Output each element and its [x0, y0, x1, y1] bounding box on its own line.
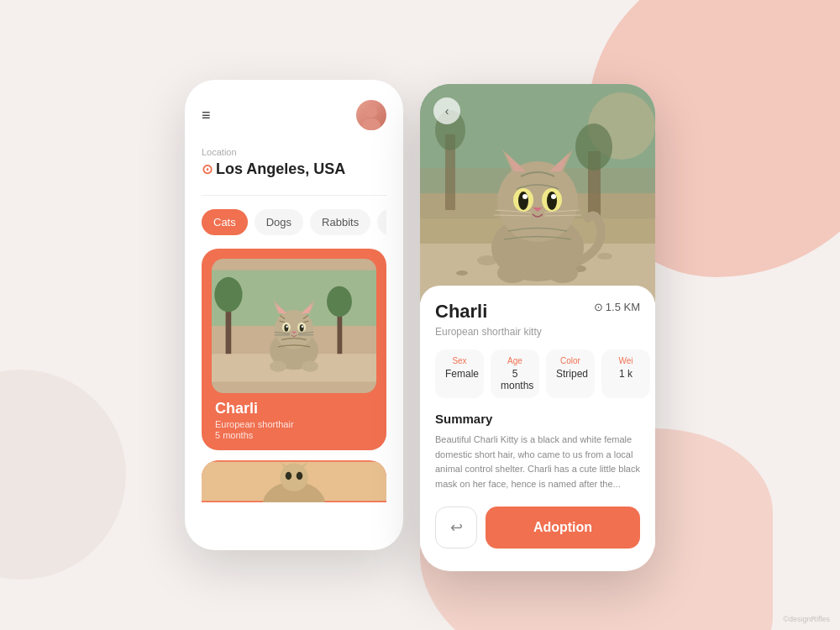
- attr-weight-value: 1 k: [612, 368, 640, 380]
- svg-point-65: [522, 194, 528, 199]
- cat-photo-area: ‹: [420, 84, 655, 302]
- svg-point-37: [286, 472, 291, 480]
- svg-point-44: [575, 123, 612, 171]
- svg-point-21: [284, 324, 288, 331]
- phones-container: ≡ Location ⊙ Los Angeles, USA: [185, 59, 655, 571]
- detail-header: Charli ⊙ 1.5 KM: [435, 301, 640, 323]
- attr-color-value: Striped: [556, 368, 585, 380]
- left-phone-header: ≡: [202, 100, 386, 130]
- svg-point-66: [551, 194, 556, 199]
- attr-age-label: Age: [501, 356, 529, 365]
- attr-weight-label: Wei: [612, 356, 640, 365]
- location-pin-icon: ⊙: [202, 161, 213, 177]
- svg-point-31: [302, 361, 318, 372]
- location-value: ⊙ Los Angeles, USA: [202, 160, 386, 178]
- svg-point-63: [518, 192, 528, 210]
- filter-tabs: Cats Dogs Rabbits Birds: [202, 209, 386, 235]
- back-button[interactable]: ‹: [433, 97, 460, 124]
- pet-breed: European shorthair: [215, 419, 373, 429]
- svg-point-50: [597, 253, 612, 260]
- svg-point-1: [362, 118, 381, 130]
- attribute-pills: Sex Female Age 5 months Color Striped We…: [435, 349, 640, 398]
- svg-point-54: [497, 263, 528, 283]
- main-pet-card[interactable]: Charli European shorthair 5 months: [202, 249, 386, 450]
- background-blob-left: [0, 370, 126, 580]
- detail-pet-name: Charli: [435, 301, 487, 323]
- location-section: Location ⊙ Los Angeles, USA: [202, 147, 386, 178]
- bookmark-button[interactable]: ↩: [435, 507, 477, 549]
- svg-point-64: [547, 192, 557, 210]
- svg-point-0: [365, 106, 377, 118]
- hamburger-icon[interactable]: ≡: [202, 107, 211, 124]
- right-phone: ‹: [420, 84, 655, 571]
- attr-sex: Sex Female: [435, 349, 484, 398]
- detail-distance-text: 1.5 KM: [606, 301, 640, 313]
- svg-point-22: [300, 324, 304, 331]
- action-buttons: ↩ Adoption: [435, 507, 640, 549]
- avatar-image: [356, 100, 386, 130]
- detail-section: Charli ⊙ 1.5 KM European shorthair kitty…: [420, 286, 655, 549]
- tab-dogs[interactable]: Dogs: [255, 209, 303, 235]
- svg-point-8: [327, 286, 352, 318]
- tab-cats[interactable]: Cats: [202, 209, 248, 235]
- detail-breed: European shorthair kitty: [435, 326, 640, 338]
- svg-point-30: [270, 361, 286, 372]
- summary-text: Beautiful Charli Kitty is a black and wh…: [435, 433, 640, 491]
- detail-distance: ⊙ 1.5 KM: [594, 301, 640, 313]
- attr-color-label: Color: [556, 356, 585, 365]
- pet-card-image: [212, 259, 376, 393]
- avatar[interactable]: [356, 100, 386, 130]
- partial-second-card[interactable]: [202, 460, 386, 502]
- pet-card-info: Charli European shorthair 5 months: [212, 393, 376, 440]
- svg-point-38: [297, 472, 302, 480]
- svg-point-34: [280, 464, 308, 492]
- left-phone: ≡ Location ⊙ Los Angeles, USA: [185, 80, 403, 550]
- svg-point-6: [214, 277, 242, 312]
- tab-birds[interactable]: Birds: [377, 209, 386, 235]
- svg-point-24: [302, 326, 303, 328]
- detail-pin-icon: ⊙: [594, 301, 603, 313]
- watermark: ©designRifles: [783, 615, 830, 623]
- adoption-button[interactable]: Adoption: [486, 507, 640, 549]
- svg-point-56: [497, 161, 578, 242]
- svg-point-23: [286, 326, 287, 328]
- attr-color: Color Striped: [546, 349, 595, 398]
- divider: [202, 195, 386, 196]
- tab-rabbits[interactable]: Rabbits: [310, 209, 370, 235]
- summary-title: Summary: [435, 412, 640, 426]
- attr-sex-label: Sex: [445, 356, 474, 365]
- pet-age: 5 months: [215, 430, 373, 440]
- location-text: Los Angeles, USA: [216, 160, 345, 178]
- svg-point-51: [456, 270, 468, 276]
- pet-name: Charli: [215, 400, 373, 417]
- attr-weight: Wei 1 k: [601, 349, 650, 398]
- attr-age-value: 5 months: [501, 368, 529, 391]
- attr-age: Age 5 months: [491, 349, 539, 398]
- location-label: Location: [202, 147, 386, 157]
- attr-sex-value: Female: [445, 368, 474, 380]
